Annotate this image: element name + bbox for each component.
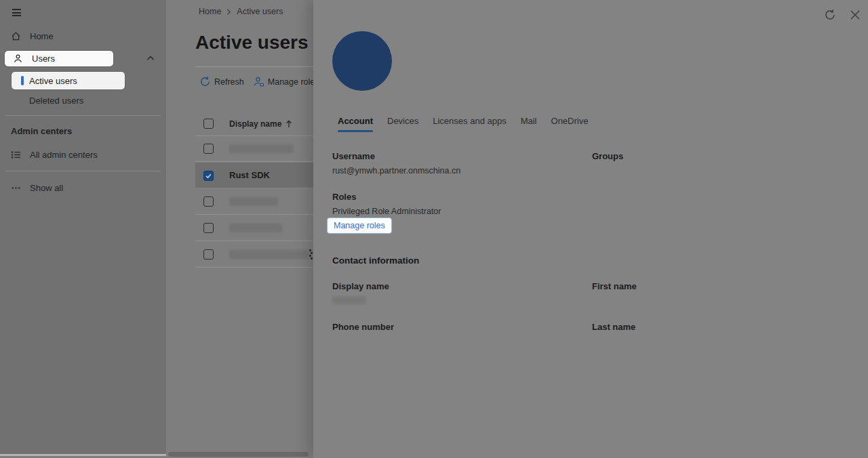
- active-tab-underline: [338, 130, 373, 132]
- roles-value: Privileged Role Administrator: [332, 207, 441, 216]
- sidebar-item-label: All admin centers: [30, 150, 98, 160]
- refresh-icon: [824, 9, 836, 21]
- column-header-display-name[interactable]: Display name: [229, 119, 292, 129]
- tab-underline: [551, 130, 589, 132]
- breadcrumb-current: Active users: [237, 7, 283, 16]
- column-header-label: Display name: [229, 119, 281, 129]
- ellipsis-icon: [11, 183, 21, 193]
- manage-roles-button[interactable]: Manage roles: [327, 217, 392, 234]
- row-checkbox[interactable]: [203, 144, 214, 154]
- person-icon: [13, 54, 23, 64]
- redacted-display-name: [229, 144, 294, 153]
- manage-roles-button-label: Manage roles: [268, 77, 313, 87]
- home-icon: [11, 31, 21, 41]
- list-icon: [11, 150, 21, 160]
- table-row[interactable]: [195, 215, 313, 241]
- chevron-up-icon[interactable]: [146, 55, 155, 62]
- tab-label: Account: [338, 116, 373, 126]
- sidebar-item-label: Users: [32, 54, 55, 64]
- manage-roles-icon: [253, 76, 264, 87]
- groups-label: Groups: [592, 151, 623, 161]
- sidebar-item-label: Home: [30, 31, 54, 41]
- tab-label: Devices: [387, 116, 418, 126]
- sidebar-divider: [5, 171, 161, 171]
- selected-indicator-bar: [21, 76, 24, 85]
- table-row[interactable]: [195, 241, 313, 268]
- phone-number-label: Phone number: [332, 322, 394, 332]
- tab-label: OneDrive: [551, 116, 589, 126]
- tab-mail[interactable]: Mail: [521, 116, 537, 132]
- refresh-button-label: Refresh: [214, 77, 244, 87]
- admin-centers-heading: Admin centers: [11, 126, 72, 136]
- row-checkbox[interactable]: [203, 249, 214, 259]
- breadcrumb-home-link[interactable]: Home: [199, 7, 221, 16]
- first-name-label: First name: [592, 281, 637, 291]
- panel-close-button[interactable]: [849, 9, 861, 21]
- tab-underline: [387, 130, 418, 132]
- username-label: Username: [332, 151, 375, 161]
- tab-label: Licenses and apps: [433, 116, 506, 126]
- sidebar-item-label: Active users: [29, 76, 77, 86]
- tab-account[interactable]: Account: [338, 116, 373, 132]
- refresh-icon: [199, 76, 211, 87]
- list-toolbar: Refresh Manage roles: [199, 76, 313, 87]
- breadcrumb: Home Active users: [199, 7, 283, 16]
- row-display-name: Rust SDK: [229, 170, 270, 180]
- tab-underline: [521, 130, 537, 132]
- user-details-panel: Account Devices Licenses and apps Mail O…: [313, 0, 868, 458]
- sidebar-divider: [5, 115, 161, 116]
- page-title: Active users: [195, 32, 309, 54]
- last-name-label: Last name: [592, 322, 635, 332]
- sidebar-item-label: Show all: [30, 183, 63, 193]
- panel-tabs: Account Devices Licenses and apps Mail O…: [338, 116, 588, 132]
- row-checkbox[interactable]: [203, 171, 214, 181]
- active-users-list-area: Home Active users Active users Refresh M…: [166, 0, 313, 458]
- sidebar-item-home[interactable]: Home: [11, 30, 54, 42]
- roles-label: Roles: [332, 192, 356, 202]
- redacted-display-name: [229, 224, 282, 232]
- sidebar-item-all-admin-centers[interactable]: All admin centers: [11, 148, 98, 161]
- sidebar-item-label: Deleted users: [29, 96, 83, 106]
- sort-ascending-icon: [285, 120, 292, 128]
- tab-onedrive[interactable]: OneDrive: [551, 116, 589, 132]
- redacted-display-name-value: [332, 296, 366, 304]
- hamburger-menu-button[interactable]: [12, 9, 21, 16]
- close-icon: [849, 9, 861, 21]
- manage-roles-toolbar-button[interactable]: Manage roles: [253, 76, 313, 87]
- user-avatar: [332, 31, 392, 91]
- sidebar-item-show-all[interactable]: Show all: [11, 182, 63, 194]
- row-checkbox[interactable]: [203, 196, 214, 207]
- sidebar-item-active-users[interactable]: Active users: [12, 72, 125, 89]
- tab-licenses-and-apps[interactable]: Licenses and apps: [433, 116, 506, 132]
- sidebar-item-users[interactable]: Users: [5, 51, 113, 66]
- select-all-checkbox[interactable]: [203, 119, 214, 129]
- row-checkbox[interactable]: [203, 223, 214, 233]
- table-row[interactable]: [195, 188, 313, 215]
- tab-underline: [433, 130, 506, 132]
- display-name-label: Display name: [332, 281, 389, 291]
- tab-devices[interactable]: Devices: [387, 116, 418, 132]
- tab-label: Mail: [521, 116, 537, 126]
- chevron-right-icon: [226, 8, 231, 16]
- check-icon: [205, 172, 212, 180]
- username-value: rust@ymwh.partner.onmschina.cn: [332, 166, 460, 175]
- table-row[interactable]: [195, 136, 313, 162]
- clipped-status-icon: [309, 249, 313, 260]
- contact-information-heading: Contact information: [332, 255, 419, 266]
- table-header-row: Display name: [195, 114, 313, 136]
- divider: [195, 66, 313, 67]
- redacted-display-name: [229, 197, 278, 206]
- table-row-rust-sdk[interactable]: Rust SDK: [195, 162, 313, 188]
- panel-refresh-button[interactable]: [824, 9, 836, 21]
- sidebar: Home Users Active users Deleted users Ad…: [0, 0, 166, 456]
- horizontal-scrollbar[interactable]: [168, 452, 309, 457]
- sidebar-item-deleted-users[interactable]: Deleted users: [29, 95, 83, 106]
- refresh-button[interactable]: Refresh: [199, 76, 244, 87]
- redacted-display-name: [229, 250, 309, 259]
